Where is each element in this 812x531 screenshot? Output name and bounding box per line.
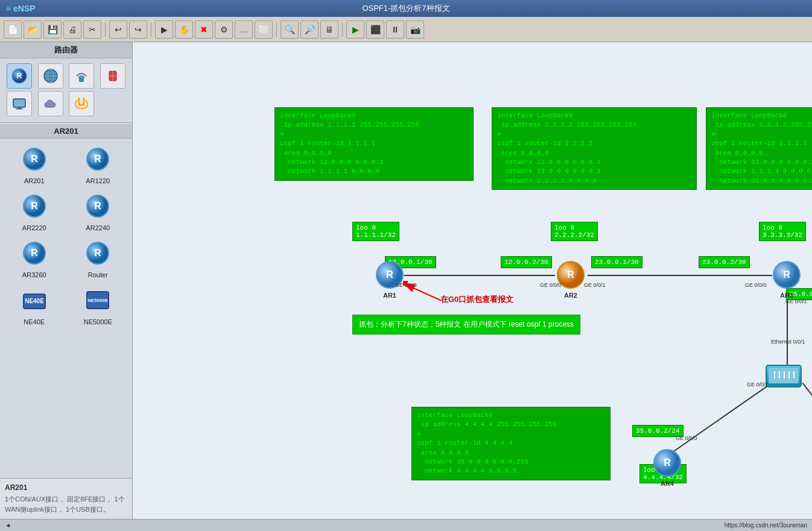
power-icon bbox=[69, 91, 94, 116]
capture-point bbox=[403, 281, 408, 286]
config-box-ar1: interface LoopBack0 ip address 1.1.1.1 2… bbox=[274, 107, 474, 181]
network-canvas[interactable]: interface LoopBack0 ip address 1.1.1.1 2… bbox=[133, 42, 812, 519]
ar2240-label: AR2240 bbox=[86, 224, 110, 231]
device-ne5000e[interactable]: NE5000E NE5000E bbox=[68, 283, 129, 328]
port-ar2-ge001: GE 0/0/1 bbox=[584, 282, 606, 288]
divider1 bbox=[0, 122, 132, 123]
toolbar-devices[interactable]: 📷 bbox=[406, 20, 424, 39]
toolbar-delete[interactable]: ✖ bbox=[195, 20, 213, 39]
toolbar-open[interactable]: 📂 bbox=[24, 20, 42, 39]
toolbar-save[interactable]: 💾 bbox=[43, 20, 62, 39]
svg-text:R: R bbox=[386, 269, 393, 280]
svg-line-35 bbox=[802, 383, 812, 452]
svg-text:NE40E: NE40E bbox=[25, 298, 44, 304]
toolbar-hand[interactable]: ✋ bbox=[175, 20, 193, 39]
sidebar-icon-monitor[interactable] bbox=[5, 91, 34, 116]
ar3260-icon: R bbox=[19, 239, 50, 270]
sidebar-section-router: 路由器 bbox=[0, 42, 132, 58]
svg-text:R: R bbox=[94, 201, 101, 211]
toolbar: 📄 📂 💾 🖨 ✂ ↩ ↪ ▶ ✋ ✖ ⚙ … ⬜ 🔍 🔎 🖥 ▶ ⬛ ⏸ 📷 bbox=[0, 17, 812, 42]
titlebar: ≡ eNSP OSPF1-抓包分析7种报文 bbox=[0, 0, 812, 17]
sidebar-desc-title: AR201 bbox=[5, 483, 127, 492]
port-ar2-ge000: GE 0/0/0 bbox=[540, 282, 562, 288]
cloud-icon bbox=[38, 91, 63, 116]
ne5000e-icon: NE5000E bbox=[82, 286, 113, 317]
label-ar3-loo: loo 0 3.3.3.3/32 bbox=[759, 222, 806, 241]
device-ar1220[interactable]: R AR1220 bbox=[68, 142, 129, 187]
svg-rect-12 bbox=[14, 99, 25, 107]
sep2 bbox=[151, 22, 151, 37]
config-box-ar3: interface LoopBack0 ip address 3.3.3.3 2… bbox=[706, 107, 812, 190]
label-ar1-loo: loo 0 1.1.1.1/32 bbox=[352, 222, 399, 241]
sidebar-icon-router[interactable]: R bbox=[5, 63, 34, 89]
svg-text:NE5000E: NE5000E bbox=[87, 298, 109, 303]
node-ar2[interactable]: R AR2 bbox=[555, 259, 586, 299]
globe-icon bbox=[38, 63, 63, 89]
sidebar-icon-cloud[interactable] bbox=[36, 91, 65, 116]
node-switch[interactable] bbox=[765, 363, 802, 391]
svg-text:R: R bbox=[664, 457, 671, 468]
port-sw-ge002-l: GE 0/0/2 bbox=[747, 382, 769, 388]
svg-text:R: R bbox=[94, 248, 101, 258]
device-router[interactable]: R Router bbox=[68, 236, 129, 281]
toolbar-more[interactable]: … bbox=[235, 20, 253, 39]
svg-rect-14 bbox=[16, 108, 23, 110]
sidebar-top-icons: R bbox=[0, 58, 132, 121]
annotation-capture: 在G0口抓包查看报文 bbox=[440, 294, 513, 305]
sidebar-description: AR201 1个CON/AUX接口， 固定8FE接口， 1个WAN侧uplink… bbox=[0, 478, 132, 519]
sidebar-desc-text: 1个CON/AUX接口， 固定8FE接口， 1个WAN侧uplink接口， 1个… bbox=[5, 494, 127, 514]
wireless-icon bbox=[69, 63, 94, 89]
ar2-label: AR2 bbox=[564, 292, 577, 299]
port-ar4-ge000: GE 0/0/0 bbox=[676, 435, 697, 441]
label-ar2-ip2: 23.0.0.1/30 bbox=[591, 256, 642, 268]
config-box-ar4: interface LoopBack0 ip address 4.4.4.4 2… bbox=[411, 407, 611, 480]
toolbar-fit[interactable]: 🖥 bbox=[320, 20, 338, 39]
node-ar3[interactable]: R AR3 bbox=[771, 259, 802, 299]
toolbar-stop[interactable]: ⬛ bbox=[366, 20, 384, 39]
sidebar-icon-tool[interactable] bbox=[98, 63, 127, 89]
device-ar3260[interactable]: R AR3260 bbox=[4, 236, 65, 281]
sidebar-icon-wireless[interactable] bbox=[68, 63, 97, 89]
ar2220-label: AR2220 bbox=[22, 224, 46, 231]
sidebar-icon-power[interactable] bbox=[68, 91, 97, 116]
toolbar-zoom-in[interactable]: 🔍 bbox=[281, 20, 299, 39]
svg-line-34 bbox=[673, 383, 772, 452]
router-type-icon: R bbox=[7, 63, 32, 89]
toolbar-redo[interactable]: ↪ bbox=[129, 20, 147, 39]
device-ne40e[interactable]: NE40E NE40E bbox=[4, 283, 65, 328]
window-title: OSPF1-抓包分析7种报文 bbox=[362, 3, 449, 14]
port-ar3-ge001: GE 0/0/1 bbox=[785, 298, 807, 304]
toolbar-undo[interactable]: ↩ bbox=[109, 20, 127, 39]
ar3260-label: AR3260 bbox=[22, 271, 46, 278]
toolbar-rect[interactable]: ⬜ bbox=[255, 20, 273, 39]
node-ar1[interactable]: R AR1 bbox=[374, 259, 405, 299]
toolbar-new[interactable]: 📄 bbox=[4, 20, 22, 39]
device-ar2240[interactable]: R AR2240 bbox=[68, 189, 129, 234]
sidebar: 路由器 R bbox=[0, 42, 133, 519]
sidebar-device-scroll[interactable]: R AR201 R AR1220 bbox=[0, 139, 132, 478]
svg-text:R: R bbox=[94, 154, 101, 164]
node-ar4[interactable]: R AR4 bbox=[652, 447, 683, 487]
svg-text:R: R bbox=[17, 72, 22, 80]
svg-text:R: R bbox=[31, 201, 38, 211]
device-ar201[interactable]: R AR201 bbox=[4, 142, 65, 187]
toolbar-cut[interactable]: ✂ bbox=[83, 20, 101, 39]
ar2220-icon: R bbox=[19, 192, 50, 223]
toolbar-zoom-out[interactable]: 🔎 bbox=[300, 20, 319, 39]
sep4 bbox=[342, 22, 343, 37]
ar201-label: AR201 bbox=[24, 177, 45, 184]
toolbar-print[interactable]: 🖨 bbox=[63, 20, 81, 39]
toolbar-play[interactable]: ▶ bbox=[346, 20, 364, 39]
ne40e-label: NE40E bbox=[24, 318, 45, 325]
router-label: Router bbox=[88, 271, 108, 278]
label-ar3-ip1: 23.0.0.2/30 bbox=[699, 256, 750, 268]
toolbar-config[interactable]: ⚙ bbox=[215, 20, 233, 39]
toolbar-pause[interactable]: ⏸ bbox=[386, 20, 404, 39]
device-ar2220[interactable]: R AR2220 bbox=[4, 189, 65, 234]
svg-text:R: R bbox=[31, 154, 38, 164]
sidebar-icon-globe[interactable] bbox=[36, 63, 65, 89]
toolbar-select[interactable]: ▶ bbox=[155, 20, 173, 39]
ne5000e-label: NE5000E bbox=[84, 318, 112, 325]
main-area: 路由器 R bbox=[0, 42, 812, 519]
svg-text:R: R bbox=[783, 269, 790, 280]
